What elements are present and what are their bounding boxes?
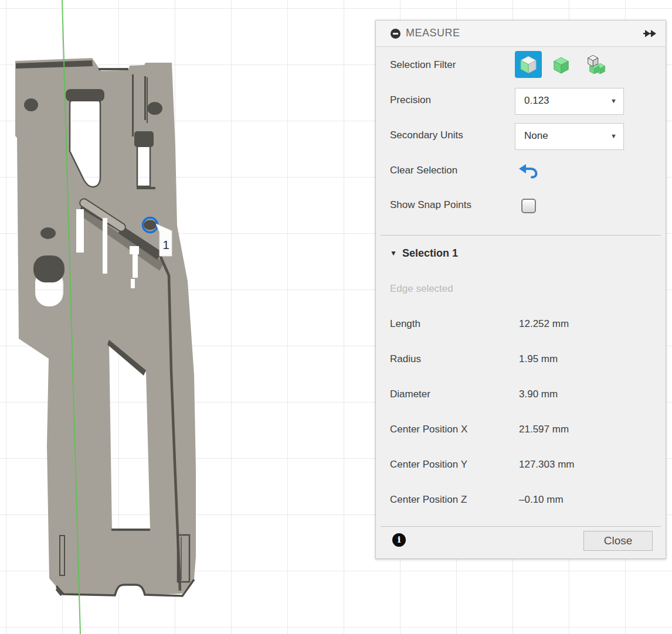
cube-component-icon bbox=[586, 55, 606, 74]
filter-component-button[interactable] bbox=[586, 55, 606, 74]
panel-title: MEASURE bbox=[406, 27, 460, 39]
selection-flag-number: 1 bbox=[162, 238, 169, 251]
selection-filter-label: Selection Filter bbox=[390, 59, 456, 71]
measurement-label: Length bbox=[390, 318, 420, 330]
filter-face-button[interactable] bbox=[515, 51, 542, 78]
measurement-label: Center Position Z bbox=[390, 494, 467, 506]
cube-face-icon bbox=[518, 55, 538, 74]
measurement-label: Radius bbox=[390, 353, 421, 365]
selected-hole[interactable] bbox=[144, 220, 157, 230]
clear-selection-label: Clear Selection bbox=[390, 165, 457, 176]
divider bbox=[381, 235, 661, 236]
filter-body-button[interactable] bbox=[552, 56, 571, 74]
measurement-value: 127.303 mm bbox=[519, 459, 575, 471]
3d-viewport[interactable]: 1 bbox=[0, 0, 375, 634]
measurement-value: 21.597 mm bbox=[519, 424, 569, 435]
measurement-value: 12.252 mm bbox=[519, 318, 569, 330]
collapse-double-arrow-icon[interactable] bbox=[643, 29, 657, 38]
selection1-title: Selection 1 bbox=[402, 247, 458, 259]
measurement-label: Center Position Y bbox=[390, 459, 467, 471]
measurement-label: Center Position X bbox=[390, 424, 467, 435]
measure-panel: MEASURE Selection Filter bbox=[375, 20, 666, 559]
info-icon[interactable]: i bbox=[392, 533, 406, 547]
part-body[interactable] bbox=[15, 58, 196, 595]
selection1-section-header[interactable]: ▼Selection 1 bbox=[390, 247, 458, 260]
show-snap-points-checkbox[interactable] bbox=[521, 199, 536, 213]
secondary-units-label: Secondary Units bbox=[390, 129, 463, 141]
measurement-label: Diameter bbox=[390, 388, 430, 400]
chevron-down-icon: ▼ bbox=[610, 97, 617, 104]
show-snap-points-label: Show Snap Points bbox=[390, 199, 471, 211]
measurement-value: 1.95 mm bbox=[519, 353, 558, 365]
secondary-units-value: None bbox=[524, 130, 548, 142]
clear-selection-undo-button[interactable] bbox=[518, 161, 539, 179]
cube-body-icon bbox=[552, 56, 571, 74]
triangle-down-icon: ▼ bbox=[390, 249, 397, 257]
secondary-units-select[interactable]: None ▼ bbox=[515, 123, 624, 150]
fusion-measure-screen: { "viewport": { "selection_badge": "1", … bbox=[0, 0, 672, 634]
close-button[interactable]: Close bbox=[583, 531, 653, 551]
selection-status-text: Edge selected bbox=[390, 283, 453, 295]
measurement-value: 3.90 mm bbox=[519, 388, 558, 400]
precision-value: 0.123 bbox=[524, 95, 549, 107]
precision-select[interactable]: 0.123 ▼ bbox=[515, 88, 624, 115]
palette-handle-icon bbox=[391, 29, 401, 39]
measure-panel-header[interactable]: MEASURE bbox=[376, 21, 666, 47]
precision-label: Precision bbox=[390, 94, 431, 106]
divider bbox=[381, 526, 661, 527]
chevron-down-icon: ▼ bbox=[610, 132, 617, 139]
measurement-value: –0.10 mm bbox=[519, 494, 564, 506]
